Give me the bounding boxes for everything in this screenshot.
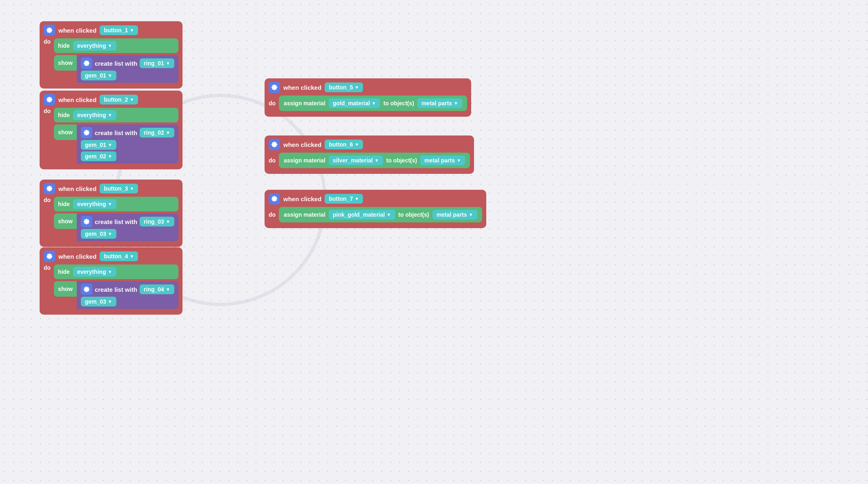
block-header-4: when clicked button_4 ▼ — [44, 251, 178, 262]
red-block-3: when clicked button_3 ▼ do hide everythi… — [40, 180, 183, 247]
button-pill-1[interactable]: button_1 ▼ — [100, 25, 138, 35]
assign-header-2: when clicked button_6 ▼ — [269, 139, 470, 150]
assign-block-group-1: when clicked button_5 ▼ do assign materi… — [265, 78, 471, 117]
do-label-1: do — [44, 38, 51, 45]
button-pill-2[interactable]: button_2 ▼ — [100, 95, 138, 104]
purple-block-1: create list with ring_01 ▼ gem_01 ▼ — [77, 55, 178, 83]
button-pill-4[interactable]: button_4 ▼ — [100, 251, 138, 261]
assign-body-2: assign material silver_material ▼ to obj… — [279, 153, 470, 168]
gem01-pill-1[interactable]: gem_01 ▼ — [81, 71, 116, 80]
block-header-2: when clicked button_2 ▼ — [44, 94, 178, 105]
gear-icon-2[interactable] — [44, 94, 55, 105]
red-block-4: when clicked button_4 ▼ do hide everythi… — [40, 247, 183, 315]
block-header-3: when clicked button_3 ▼ — [44, 183, 178, 194]
purple-block-4: create list with ring_04 ▼ gem_03 ▼ — [77, 281, 178, 309]
show-row-4: show create list with ring_04 ▼ — [54, 281, 178, 309]
do-row-4: do hide everything ▼ show — [44, 264, 178, 309]
everything-pill-1[interactable]: everything ▼ — [73, 41, 116, 51]
gear-icon-assign-3[interactable] — [269, 193, 280, 204]
assign-red-block-1: when clicked button_5 ▼ do assign materi… — [265, 78, 471, 117]
when-clicked-label-1: when clicked — [58, 27, 96, 34]
gear-icon-purple-4[interactable] — [81, 284, 92, 295]
silver-material-pill[interactable]: silver_material ▼ — [329, 155, 383, 165]
purple-block-3: create list with ring_03 ▼ gem_03 ▼ — [77, 213, 178, 241]
block-group-2: when clicked button_2 ▼ do hide everythi… — [40, 91, 183, 169]
button-name-2: button_2 — [104, 96, 128, 103]
gear-icon-1[interactable] — [44, 24, 55, 36]
button-pill-6[interactable]: button_6 ▼ — [325, 140, 363, 149]
metal-parts-pill-1[interactable]: metal parts ▼ — [417, 98, 462, 108]
show-row-1: show create list with ring_01 ▼ — [54, 55, 178, 83]
pink-gold-material-pill[interactable]: pink_gold_material ▼ — [329, 210, 395, 220]
do-row-3: do hide everything ▼ show — [44, 197, 178, 241]
hide-block-3: hide everything ▼ — [54, 197, 178, 211]
ring03-pill[interactable]: ring_03 ▼ — [140, 217, 174, 226]
dropdown-arrow-1: ▼ — [129, 28, 134, 33]
ring01-pill[interactable]: ring_01 ▼ — [140, 58, 174, 68]
hide-block-1: hide everything ▼ — [54, 38, 178, 53]
assign-block-group-3: when clicked button_7 ▼ do assign materi… — [265, 190, 486, 228]
block-header-1: when clicked button_1 ▼ — [44, 24, 178, 36]
assign-block-group-2: when clicked button_6 ▼ do assign materi… — [265, 135, 474, 174]
purple-header-1: create list with ring_01 ▼ — [81, 58, 174, 69]
do-row-2: do hide everything ▼ show — [44, 108, 178, 164]
everything-pill-2[interactable]: everything ▼ — [73, 110, 116, 120]
assign-body-1: assign material gold_material ▼ to objec… — [279, 95, 467, 111]
purple-block-2: create list with ring_02 ▼ gem_01 ▼ — [77, 124, 178, 164]
button-name-1: button_1 — [104, 27, 128, 33]
hide-label-1: hide — [58, 42, 70, 49]
gear-icon-purple-2[interactable] — [81, 127, 92, 138]
gear-icon-purple-1[interactable] — [81, 58, 92, 69]
do-assign-row-3: do assign material pink_gold_material ▼ … — [269, 207, 482, 222]
gold-material-pill[interactable]: gold_material ▼ — [329, 98, 380, 108]
create-list-label-1: create list with — [95, 60, 137, 67]
when-clicked-label-2: when clicked — [58, 96, 96, 103]
show-row-2: show create list with ring_02 ▼ — [54, 124, 178, 164]
assign-header-1: when clicked button_5 ▼ — [269, 82, 467, 93]
show-row-3: show create list with ring_03 ▼ — [54, 213, 178, 241]
ring04-pill[interactable]: ring_04 ▼ — [140, 284, 174, 294]
gear-icon-4[interactable] — [44, 251, 55, 262]
block-group-4: when clicked button_4 ▼ do hide everythi… — [40, 247, 183, 315]
hide-block-4: hide everything ▼ — [54, 264, 178, 279]
gear-icon-assign-1[interactable] — [269, 82, 280, 93]
metal-parts-pill-2[interactable]: metal parts ▼ — [420, 155, 465, 165]
assign-header-3: when clicked button_7 ▼ — [269, 193, 482, 204]
block-group-3: when clicked button_3 ▼ do hide everythi… — [40, 180, 183, 247]
gear-icon-purple-3[interactable] — [81, 216, 92, 227]
list-item-gem01-1: gem_01 ▼ — [81, 71, 174, 80]
button-pill-3[interactable]: button_3 ▼ — [100, 184, 138, 193]
ring02-pill[interactable]: ring_02 ▼ — [140, 128, 174, 138]
red-block-1: when clicked button_1 ▼ do hide everythi… — [40, 21, 183, 89]
do-label-2: do — [44, 108, 51, 114]
purple-header-2: create list with ring_02 ▼ — [81, 127, 174, 138]
gear-icon-assign-2[interactable] — [269, 139, 280, 150]
show-label-block-1: show — [54, 55, 77, 71]
gear-icon-3[interactable] — [44, 183, 55, 194]
show-text-1: show — [58, 60, 73, 66]
assign-red-block-3: when clicked button_7 ▼ do assign materi… — [265, 190, 486, 228]
show-label-block-2: show — [54, 124, 77, 140]
button-pill-7[interactable]: button_7 ▼ — [325, 194, 363, 204]
assign-body-3: assign material pink_gold_material ▼ to … — [279, 207, 482, 222]
button-pill-5[interactable]: button_5 ▼ — [325, 82, 363, 92]
red-block-2: when clicked button_2 ▼ do hide everythi… — [40, 91, 183, 169]
block-group-1: when clicked button_1 ▼ do hide everythi… — [40, 21, 183, 89]
do-row-1: do hide everything ▼ show — [44, 38, 178, 83]
do-assign-row-1: do assign material gold_material ▼ to ob… — [269, 95, 467, 111]
metal-parts-pill-3[interactable]: metal parts ▼ — [432, 210, 477, 220]
assign-red-block-2: when clicked button_6 ▼ do assign materi… — [265, 135, 474, 174]
do-assign-row-2: do assign material silver_material ▼ to … — [269, 153, 470, 168]
hide-block-2: hide everything ▼ — [54, 108, 178, 122]
